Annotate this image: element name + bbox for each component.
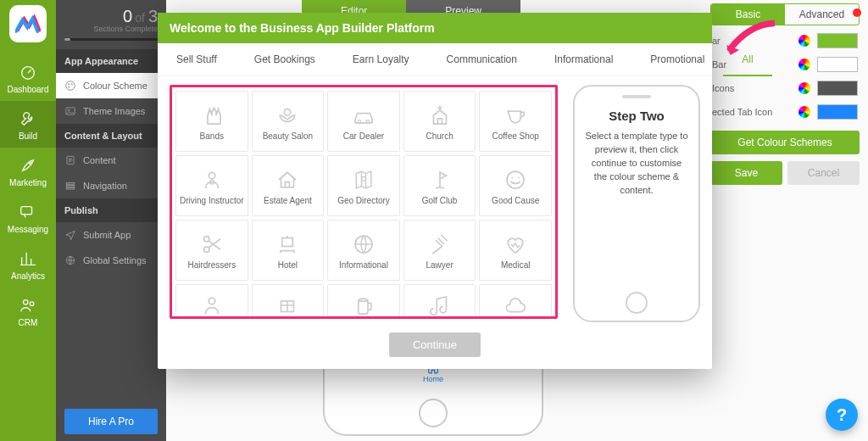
- template-card-car-dealer[interactable]: Car Dealer: [327, 91, 400, 152]
- template-card-partial[interactable]: [327, 284, 400, 319]
- svg-point-0: [22, 67, 35, 80]
- svg-point-17: [358, 120, 361, 123]
- tab-basic[interactable]: Basic: [711, 4, 785, 25]
- template-card-partial[interactable]: [403, 284, 476, 319]
- tab-sell-stuff[interactable]: Sell Stuff: [158, 43, 236, 75]
- lotus-icon: [275, 103, 300, 128]
- template-grid: BandsBeauty SalonCar DealerChurchCoffee …: [170, 85, 558, 319]
- nav-crm[interactable]: CRM: [0, 287, 56, 334]
- template-card-geo-directory[interactable]: Geo Directory: [327, 155, 400, 216]
- color-swatch[interactable]: [817, 57, 858, 72]
- sidebar-item-theme-images[interactable]: Theme Images: [56, 98, 166, 124]
- phone-home-label: Home: [423, 375, 443, 383]
- template-card-partial[interactable]: [479, 284, 552, 319]
- svg-point-10: [68, 109, 70, 111]
- chat-icon: [19, 203, 37, 221]
- step-title: Step Two: [609, 109, 665, 123]
- smile-icon: [503, 167, 528, 193]
- hire-pro-button[interactable]: Hire A Pro: [64, 409, 158, 434]
- color-swatch[interactable]: [817, 33, 858, 48]
- template-card-estate-agent[interactable]: Estate Agent: [252, 155, 325, 216]
- save-button[interactable]: Save: [710, 161, 782, 185]
- colorwheel-icon[interactable]: [798, 82, 810, 94]
- chart-icon: [19, 249, 37, 268]
- template-label: Bands: [200, 131, 224, 141]
- nav-icon: [64, 180, 76, 192]
- svg-point-1: [29, 162, 31, 165]
- setting-row: Icons: [705, 76, 865, 100]
- nav-analytics[interactable]: Analytics: [0, 241, 56, 287]
- sidebar-item-global-settings[interactable]: Global Settings: [56, 248, 166, 273]
- house-icon: [275, 167, 300, 193]
- template-label: Golf Club: [422, 196, 458, 205]
- template-card-lawyer[interactable]: Lawyer: [403, 220, 476, 281]
- nav-label: Marketing: [9, 178, 47, 187]
- tab-promotional[interactable]: Promotional: [632, 43, 723, 75]
- template-card-golf-club[interactable]: Golf Club: [403, 155, 476, 216]
- template-card-partial[interactable]: [175, 284, 248, 319]
- nav-label: CRM: [19, 318, 38, 327]
- tab-informational[interactable]: Informational: [536, 43, 632, 75]
- color-swatch[interactable]: [817, 104, 858, 120]
- setting-row: ected Tab Icon: [705, 100, 865, 124]
- group-content-layout: Content & Layout: [56, 124, 166, 148]
- tab-earn-loyalty[interactable]: Earn Loyalty: [334, 43, 428, 75]
- template-card-medical[interactable]: Medical: [479, 220, 552, 281]
- svg-rect-2: [21, 207, 32, 215]
- svg-point-7: [71, 84, 72, 85]
- settings-panel: Basic Advanced ar Bar Icons ected Tab Ic…: [705, 0, 865, 192]
- colorwheel-icon[interactable]: [798, 59, 810, 70]
- church-icon: [427, 103, 453, 128]
- tab-advanced[interactable]: Advanced: [785, 4, 859, 25]
- svg-point-18: [366, 120, 370, 123]
- colorwheel-icon[interactable]: [798, 35, 810, 47]
- nav-marketing[interactable]: Marketing: [0, 148, 56, 194]
- nav-label: Dashboard: [8, 85, 49, 94]
- help-button[interactable]: ?: [826, 399, 858, 431]
- svg-point-6: [69, 84, 70, 85]
- sidebar-item-submit-app[interactable]: Submit App: [56, 222, 166, 248]
- template-card-driving-instructor[interactable]: Driving Instructor: [175, 155, 248, 216]
- svg-point-5: [66, 81, 75, 91]
- get-colour-schemes-button[interactable]: Get Colour Schemes: [710, 131, 860, 154]
- nav-build[interactable]: Build: [0, 101, 56, 148]
- sidebar-item-navigation[interactable]: Navigation: [56, 173, 166, 198]
- group-app-appearance: App Appearance: [56, 49, 166, 73]
- driver-icon: [199, 167, 225, 193]
- nav-dashboard[interactable]: Dashboard: [0, 54, 56, 101]
- template-card-good-cause[interactable]: Good Cause: [479, 155, 552, 216]
- nav-messaging[interactable]: Messaging: [0, 194, 56, 241]
- app-logo: [9, 5, 47, 42]
- template-card-hotel[interactable]: Hotel: [252, 220, 325, 281]
- template-card-bands[interactable]: Bands: [175, 91, 248, 152]
- modal-title: Welcome to the Business App Builder Plat…: [158, 13, 712, 43]
- template-label: Beauty Salon: [263, 131, 314, 141]
- template-label: Estate Agent: [264, 196, 312, 205]
- palette-icon: [64, 80, 76, 92]
- people-icon: [19, 296, 37, 315]
- cancel-button[interactable]: Cancel: [787, 161, 860, 185]
- template-card-informational[interactable]: Informational: [327, 220, 400, 281]
- template-card-coffee-shop[interactable]: Coffee Shop: [479, 91, 552, 152]
- continue-button[interactable]: Continue: [389, 332, 481, 357]
- template-card-church[interactable]: Church: [403, 91, 476, 152]
- svg-point-8: [69, 87, 70, 87]
- color-swatch[interactable]: [817, 81, 858, 96]
- sidebar-item-colour-scheme[interactable]: Colour Scheme: [56, 73, 166, 98]
- doc-icon: [64, 154, 76, 166]
- cloud-icon: [503, 293, 528, 318]
- template-card-beauty-salon[interactable]: Beauty Salon: [252, 91, 325, 152]
- tab-get-bookings[interactable]: Get Bookings: [236, 43, 334, 75]
- svg-point-19: [209, 172, 215, 179]
- globe-icon: [64, 254, 76, 266]
- globe2-icon: [351, 232, 376, 257]
- sidebar-item-content[interactable]: Content: [56, 148, 166, 173]
- colorwheel-icon[interactable]: [798, 106, 810, 118]
- tab-all[interactable]: All: [723, 43, 771, 75]
- sidebar-item-label: Global Settings: [83, 255, 147, 265]
- template-card-hairdressers[interactable]: Hairdressers: [175, 220, 248, 281]
- tab-communication[interactable]: Communication: [428, 43, 536, 75]
- map-icon: [351, 167, 376, 193]
- template-card-partial[interactable]: [252, 284, 325, 319]
- svg-rect-25: [282, 237, 293, 246]
